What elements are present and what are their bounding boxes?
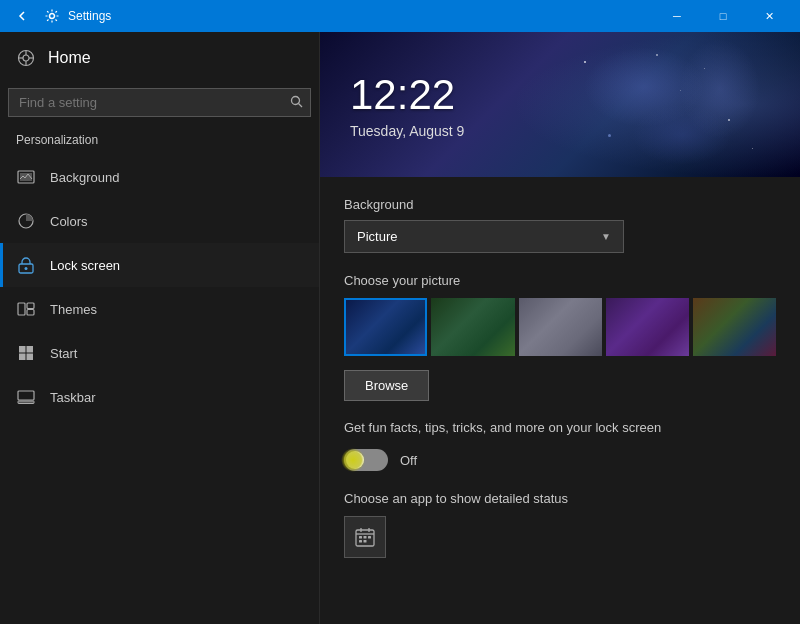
- toggle-off-label: Off: [400, 453, 417, 468]
- choose-picture-section: Choose your picture: [344, 273, 776, 419]
- picture-thumb-5[interactable]: [693, 298, 776, 356]
- svg-rect-15: [27, 303, 34, 309]
- taskbar-icon: [16, 387, 36, 407]
- background-setting-label: Background: [344, 197, 776, 212]
- back-button[interactable]: [8, 2, 36, 30]
- detailed-status-section: Choose an app to show detailed status: [344, 491, 776, 558]
- browse-button[interactable]: Browse: [344, 370, 429, 401]
- content-area: 12:22 Tuesday, August 9 Background Pictu…: [320, 32, 800, 624]
- sidebar: Home Personalization Backg: [0, 32, 320, 624]
- fun-facts-section: Get fun facts, tips, tricks, and more on…: [344, 419, 776, 471]
- search-icon: [290, 95, 303, 111]
- background-icon: [16, 167, 36, 187]
- sidebar-item-colors[interactable]: Colors: [0, 199, 319, 243]
- sidebar-item-start[interactable]: Start: [0, 331, 319, 375]
- chevron-down-icon: ▼: [601, 231, 611, 242]
- calendar-app-icon[interactable]: [344, 516, 386, 558]
- svg-point-13: [25, 267, 28, 270]
- svg-point-7: [292, 96, 300, 104]
- svg-point-2: [23, 55, 29, 61]
- titlebar-left: Settings: [8, 2, 111, 30]
- picture-thumb-4[interactable]: [606, 298, 689, 356]
- start-icon: [16, 343, 36, 363]
- themes-icon: [16, 299, 36, 319]
- detailed-status-label: Choose an app to show detailed status: [344, 491, 776, 506]
- sidebar-item-themes[interactable]: Themes: [0, 287, 319, 331]
- taskbar-label: Taskbar: [50, 390, 96, 405]
- svg-rect-28: [364, 536, 367, 539]
- svg-rect-29: [368, 536, 371, 539]
- themes-label: Themes: [50, 302, 97, 317]
- minimize-button[interactable]: ─: [654, 0, 700, 32]
- main-layout: Home Personalization Backg: [0, 32, 800, 624]
- choose-picture-label: Choose your picture: [344, 273, 776, 288]
- sidebar-item-lock-screen[interactable]: Lock screen: [0, 243, 319, 287]
- svg-rect-21: [18, 391, 34, 400]
- settings-content: Background Picture ▼ Choose your picture: [320, 177, 800, 578]
- picture-thumb-3[interactable]: [519, 298, 602, 356]
- search-box: [8, 88, 311, 117]
- lock-screen-label: Lock screen: [50, 258, 120, 273]
- lock-screen-icon: [16, 255, 36, 275]
- close-button[interactable]: ✕: [746, 0, 792, 32]
- lockscreen-preview: 12:22 Tuesday, August 9: [320, 32, 800, 177]
- sidebar-item-home[interactable]: Home: [0, 32, 319, 84]
- home-label: Home: [48, 49, 91, 67]
- background-section: Background Picture ▼: [344, 197, 776, 253]
- start-label: Start: [50, 346, 77, 361]
- maximize-button[interactable]: □: [700, 0, 746, 32]
- svg-rect-22: [18, 401, 34, 404]
- titlebar-title: Settings: [68, 9, 111, 23]
- sidebar-item-background[interactable]: Background: [0, 155, 319, 199]
- colors-icon: [16, 211, 36, 231]
- svg-rect-18: [27, 346, 34, 353]
- background-label: Background: [50, 170, 119, 185]
- svg-rect-30: [359, 540, 362, 543]
- fun-facts-toggle[interactable]: [344, 449, 388, 471]
- search-input[interactable]: [8, 88, 311, 117]
- home-icon: [16, 48, 36, 68]
- svg-line-8: [299, 103, 303, 107]
- svg-rect-27: [359, 536, 362, 539]
- svg-rect-19: [19, 354, 26, 361]
- background-dropdown-value: Picture: [357, 229, 397, 244]
- picture-thumb-1[interactable]: [344, 298, 427, 356]
- toggle-thumb: [346, 451, 364, 469]
- lock-date: Tuesday, August 9: [350, 123, 464, 139]
- colors-label: Colors: [50, 214, 88, 229]
- svg-rect-14: [18, 303, 25, 315]
- sidebar-item-taskbar[interactable]: Taskbar: [0, 375, 319, 419]
- svg-rect-31: [364, 540, 367, 543]
- svg-rect-16: [27, 310, 34, 316]
- fun-facts-label: Get fun facts, tips, tricks, and more on…: [344, 419, 776, 437]
- svg-point-0: [50, 14, 55, 19]
- toggle-row: Off: [344, 449, 776, 471]
- svg-rect-17: [19, 346, 26, 353]
- background-dropdown[interactable]: Picture ▼: [344, 220, 624, 253]
- section-label: Personalization: [0, 133, 319, 155]
- picture-thumb-2[interactable]: [431, 298, 514, 356]
- titlebar-controls: ─ □ ✕: [654, 0, 792, 32]
- settings-app-icon: [44, 8, 60, 24]
- svg-rect-20: [27, 354, 34, 361]
- lock-time: 12:22: [350, 71, 455, 119]
- titlebar: Settings ─ □ ✕: [0, 0, 800, 32]
- pictures-grid: [344, 298, 776, 356]
